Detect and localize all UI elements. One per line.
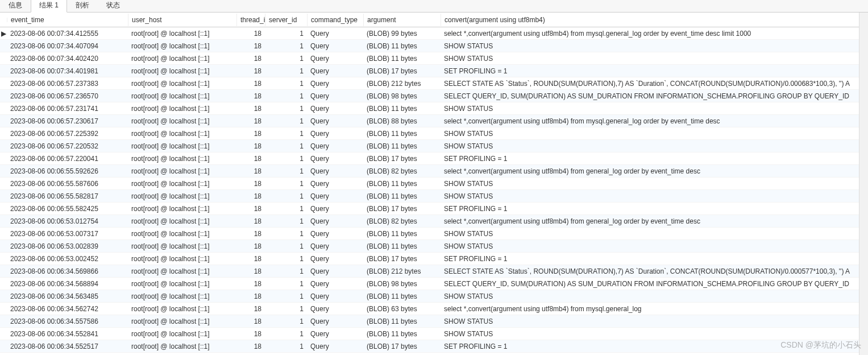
cell-argument[interactable]: (BLOB) 11 bytes bbox=[363, 316, 441, 327]
cell-server-id[interactable]: 1 bbox=[265, 241, 307, 251]
cell-thread-id[interactable]: 18 bbox=[236, 154, 265, 164]
cell-convert[interactable]: select *,convert(argument using utf8mb4)… bbox=[441, 216, 868, 226]
col-convert[interactable]: convert(argument using utf8mb4) bbox=[441, 14, 868, 26]
cell-command-type[interactable]: Query bbox=[307, 116, 363, 126]
cell-command-type[interactable]: Query bbox=[307, 154, 363, 164]
cell-user-host[interactable]: root[root] @ localhost [::1] bbox=[128, 129, 236, 139]
cell-convert[interactable]: SET PROFILING = 1 bbox=[441, 204, 868, 214]
cell-convert[interactable]: SHOW STATUS bbox=[441, 104, 868, 114]
table-row[interactable]: 2023-08-06 00:06:55.587606root[root] @ l… bbox=[0, 178, 868, 190]
cell-event-time[interactable]: 2023-08-06 00:06:55.582817 bbox=[7, 191, 128, 201]
cell-user-host[interactable]: root[root] @ localhost [::1] bbox=[128, 28, 236, 39]
cell-command-type[interactable]: Query bbox=[307, 304, 363, 314]
cell-convert[interactable]: select *,convert(argument using utf8mb4)… bbox=[441, 28, 868, 39]
cell-event-time[interactable]: 2023-08-06 00:07:34.407094 bbox=[7, 41, 128, 51]
cell-user-host[interactable]: root[root] @ localhost [::1] bbox=[128, 341, 236, 352]
cell-user-host[interactable]: root[root] @ localhost [::1] bbox=[128, 291, 236, 302]
tab-status[interactable]: 状态 bbox=[98, 0, 128, 12]
cell-argument[interactable]: (BLOB) 82 bytes bbox=[363, 216, 441, 226]
cell-server-id[interactable]: 1 bbox=[265, 229, 307, 239]
cell-thread-id[interactable]: 18 bbox=[236, 254, 265, 264]
cell-server-id[interactable]: 1 bbox=[265, 191, 307, 201]
cell-convert[interactable]: SHOW STATUS bbox=[441, 129, 868, 139]
cell-command-type[interactable]: Query bbox=[307, 66, 363, 76]
cell-user-host[interactable]: root[root] @ localhost [::1] bbox=[128, 179, 236, 189]
cell-server-id[interactable]: 1 bbox=[265, 266, 307, 276]
cell-argument[interactable]: (BLOB) 17 bytes bbox=[363, 204, 441, 214]
table-row[interactable]: ▶2023-08-06 00:07:34.412555root[root] @ … bbox=[0, 27, 868, 40]
cell-argument[interactable]: (BLOB) 11 bytes bbox=[363, 141, 441, 151]
cell-command-type[interactable]: Query bbox=[307, 341, 363, 352]
cell-event-time[interactable]: 2023-08-06 00:07:34.402420 bbox=[7, 53, 128, 64]
cell-argument[interactable]: (BLOB) 17 bytes bbox=[363, 154, 441, 164]
cell-user-host[interactable]: root[root] @ localhost [::1] bbox=[128, 204, 236, 214]
cell-thread-id[interactable]: 18 bbox=[236, 66, 265, 76]
cell-command-type[interactable]: Query bbox=[307, 191, 363, 201]
table-row[interactable]: 2023-08-06 00:06:57.220041root[root] @ l… bbox=[0, 152, 868, 165]
cell-argument[interactable]: (BLOB) 11 bytes bbox=[363, 53, 441, 64]
cell-server-id[interactable]: 1 bbox=[265, 104, 307, 114]
cell-thread-id[interactable]: 18 bbox=[236, 141, 265, 151]
cell-argument[interactable]: (BLOB) 99 bytes bbox=[363, 28, 441, 39]
cell-thread-id[interactable]: 18 bbox=[236, 266, 265, 276]
col-command-type[interactable]: command_type bbox=[308, 14, 364, 26]
cell-server-id[interactable]: 1 bbox=[265, 66, 307, 76]
cell-convert[interactable]: select *,convert(argument using utf8mb4)… bbox=[441, 116, 868, 126]
cell-thread-id[interactable]: 18 bbox=[236, 129, 265, 139]
cell-user-host[interactable]: root[root] @ localhost [::1] bbox=[128, 229, 236, 239]
cell-server-id[interactable]: 1 bbox=[265, 304, 307, 314]
cell-user-host[interactable]: root[root] @ localhost [::1] bbox=[128, 191, 236, 201]
table-row[interactable]: 2023-08-06 00:06:57.231741root[root] @ l… bbox=[0, 102, 868, 115]
col-event-time[interactable]: event_time bbox=[7, 14, 128, 26]
cell-command-type[interactable]: Query bbox=[307, 279, 363, 289]
cell-event-time[interactable]: 2023-08-06 00:06:55.582425 bbox=[7, 204, 128, 214]
cell-convert[interactable]: SELECT QUERY_ID, SUM(DURATION) AS SUM_DU… bbox=[441, 279, 868, 289]
cell-thread-id[interactable]: 18 bbox=[236, 28, 265, 39]
table-row[interactable]: 2023-08-06 00:06:34.563485root[root] @ l… bbox=[0, 290, 868, 303]
cell-server-id[interactable]: 1 bbox=[265, 179, 307, 189]
cell-thread-id[interactable]: 18 bbox=[236, 91, 265, 101]
cell-convert[interactable]: SHOW STATUS bbox=[441, 191, 868, 201]
cell-server-id[interactable]: 1 bbox=[265, 28, 307, 39]
cell-convert[interactable]: SELECT STATE AS `Status`, ROUND(SUM(DURA… bbox=[441, 79, 868, 89]
cell-user-host[interactable]: root[root] @ localhost [::1] bbox=[128, 104, 236, 114]
cell-command-type[interactable]: Query bbox=[307, 266, 363, 276]
cell-argument[interactable]: (BLOB) 82 bytes bbox=[363, 166, 441, 176]
cell-command-type[interactable]: Query bbox=[307, 316, 363, 327]
table-row[interactable]: 2023-08-06 00:06:53.012754root[root] @ l… bbox=[0, 215, 868, 228]
cell-command-type[interactable]: Query bbox=[307, 241, 363, 251]
cell-thread-id[interactable]: 18 bbox=[236, 341, 265, 352]
cell-server-id[interactable]: 1 bbox=[265, 254, 307, 264]
cell-server-id[interactable]: 1 bbox=[265, 129, 307, 139]
cell-server-id[interactable]: 1 bbox=[265, 329, 307, 339]
cell-server-id[interactable]: 1 bbox=[265, 53, 307, 64]
cell-user-host[interactable]: root[root] @ localhost [::1] bbox=[128, 254, 236, 264]
table-row[interactable]: 2023-08-06 00:06:57.230617root[root] @ l… bbox=[0, 115, 868, 127]
cell-argument[interactable]: (BLOB) 17 bytes bbox=[363, 341, 441, 352]
cell-command-type[interactable]: Query bbox=[307, 41, 363, 51]
cell-server-id[interactable]: 1 bbox=[265, 41, 307, 51]
cell-convert[interactable]: SHOW STATUS bbox=[441, 41, 868, 51]
cell-thread-id[interactable]: 18 bbox=[236, 116, 265, 126]
cell-event-time[interactable]: 2023-08-06 00:06:53.012754 bbox=[7, 216, 128, 226]
table-row[interactable]: 2023-08-06 00:06:55.582817root[root] @ l… bbox=[0, 190, 868, 203]
cell-user-host[interactable]: root[root] @ localhost [::1] bbox=[128, 141, 236, 151]
cell-user-host[interactable]: root[root] @ localhost [::1] bbox=[128, 266, 236, 276]
cell-argument[interactable]: (BLOB) 11 bytes bbox=[363, 179, 441, 189]
cell-convert[interactable]: SHOW STATUS bbox=[441, 229, 868, 239]
cell-event-time[interactable]: 2023-08-06 00:06:53.002839 bbox=[7, 241, 128, 251]
cell-convert[interactable]: select *,convert(argument using utf8mb4)… bbox=[441, 166, 868, 176]
cell-event-time[interactable]: 2023-08-06 00:06:55.587606 bbox=[7, 179, 128, 189]
col-user-host[interactable]: user_host bbox=[128, 14, 237, 26]
cell-event-time[interactable]: 2023-08-06 00:06:57.231741 bbox=[7, 104, 128, 114]
table-row[interactable]: 2023-08-06 00:06:55.592626root[root] @ l… bbox=[0, 165, 868, 178]
cell-user-host[interactable]: root[root] @ localhost [::1] bbox=[128, 241, 236, 251]
cell-convert[interactable]: SHOW STATUS bbox=[441, 241, 868, 251]
table-row[interactable]: 2023-08-06 00:06:53.002452root[root] @ l… bbox=[0, 253, 868, 265]
cell-thread-id[interactable]: 18 bbox=[236, 179, 265, 189]
cell-convert[interactable]: SET PROFILING = 1 bbox=[441, 341, 868, 352]
cell-argument[interactable]: (BLOB) 98 bytes bbox=[363, 91, 441, 101]
cell-command-type[interactable]: Query bbox=[307, 166, 363, 176]
cell-argument[interactable]: (BLOB) 11 bytes bbox=[363, 191, 441, 201]
cell-thread-id[interactable]: 18 bbox=[236, 79, 265, 89]
